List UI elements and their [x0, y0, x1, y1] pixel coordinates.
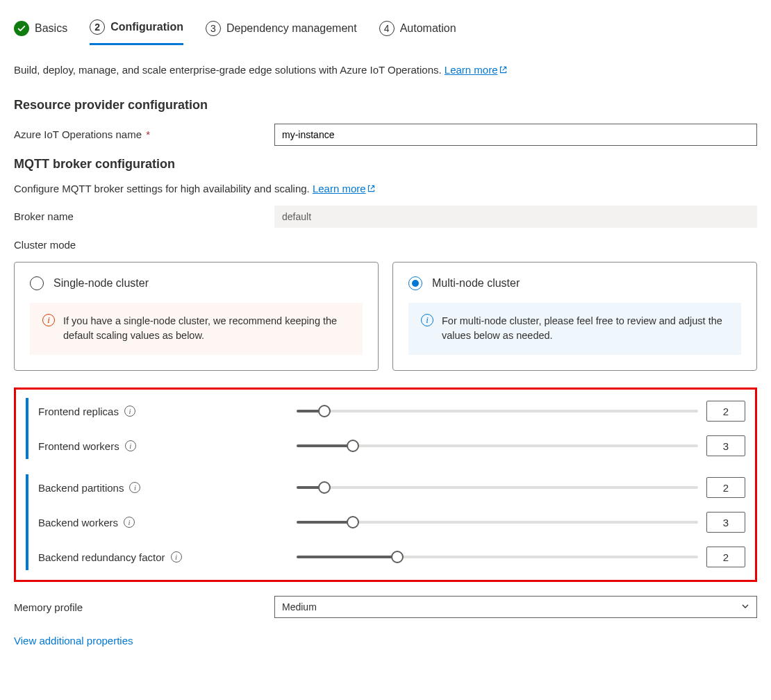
multi-node-card[interactable]: Multi-node cluster i For multi-node clus… — [392, 262, 757, 372]
frontend-workers-slider[interactable] — [297, 440, 698, 452]
frontend-replicas-value[interactable]: 2 — [706, 401, 745, 422]
select-value: Medium — [282, 601, 317, 612]
backend-redundancy-value[interactable]: 2 — [706, 547, 745, 567]
slider-label: Frontend replicas — [38, 406, 119, 417]
tab-configuration[interactable]: 2 Configuration — [90, 14, 183, 45]
slider-label: Backend workers — [38, 517, 118, 528]
single-node-card[interactable]: Single-node cluster i If you have a sing… — [14, 262, 379, 372]
backend-redundancy-slider[interactable] — [297, 551, 698, 563]
single-node-note: i If you have a single-node cluster, we … — [30, 303, 363, 356]
cluster-mode-options: Single-node cluster i If you have a sing… — [14, 262, 757, 372]
chevron-down-icon — [741, 601, 749, 612]
backend-redundancy-row: Backend redundancy factori 2 — [38, 547, 745, 567]
step-number-icon: 2 — [90, 19, 105, 35]
tab-basics[interactable]: Basics — [14, 15, 67, 44]
step-number-icon: 3 — [206, 21, 221, 36]
info-icon: i — [421, 314, 433, 326]
backend-workers-slider[interactable] — [297, 516, 698, 528]
cluster-card-label: Single-node cluster — [53, 277, 149, 290]
radio-icon[interactable] — [408, 276, 422, 290]
mqtt-description: Configure MQTT broker settings for high … — [14, 183, 757, 194]
resource-provider-title: Resource provider configuration — [14, 98, 757, 112]
learn-more-link[interactable]: Learn more — [313, 183, 376, 194]
slider-label: Frontend workers — [38, 440, 119, 452]
page-description: Build, deploy, manage, and scale enterpr… — [14, 62, 757, 78]
mqtt-title: MQTT broker configuration — [14, 157, 757, 172]
external-link-icon — [367, 184, 376, 193]
backend-slider-group: Backend partitionsi 2 Backend workersi 3… — [26, 474, 745, 570]
wizard-tabs: Basics 2 Configuration 3 Dependency mana… — [14, 14, 757, 46]
frontend-replicas-row: Frontend replicasi 2 — [38, 401, 745, 422]
backend-workers-row: Backend workersi 3 — [38, 512, 745, 533]
learn-more-link[interactable]: Learn more — [445, 64, 508, 76]
iot-name-input[interactable] — [274, 124, 757, 146]
slider-label: Backend partitions — [38, 482, 124, 494]
broker-name-label: Broker name — [14, 210, 274, 222]
backend-partitions-row: Backend partitionsi 2 — [38, 477, 745, 498]
check-icon — [14, 21, 29, 36]
tab-label: Dependency management — [226, 22, 357, 35]
info-icon[interactable]: i — [129, 482, 140, 493]
memory-profile-select[interactable]: Medium — [274, 596, 757, 618]
backend-partitions-value[interactable]: 2 — [706, 477, 745, 498]
backend-partitions-slider[interactable] — [297, 481, 698, 494]
tab-automation[interactable]: 4 Automation — [379, 15, 456, 44]
broker-name-input — [274, 206, 757, 228]
slider-label: Backend redundancy factor — [38, 551, 165, 563]
iot-name-label: Azure IoT Operations name * — [14, 128, 274, 140]
scaling-sliders-highlight: Frontend replicasi 2 Frontend workersi 3… — [14, 388, 757, 582]
tab-label: Basics — [35, 22, 67, 35]
memory-profile-label: Memory profile — [14, 601, 274, 613]
multi-node-note: i For multi-node cluster, please feel fr… — [408, 303, 741, 356]
info-icon[interactable]: i — [124, 517, 135, 528]
frontend-slider-group: Frontend replicasi 2 Frontend workersi 3 — [26, 398, 745, 459]
backend-workers-value[interactable]: 3 — [706, 512, 745, 533]
info-icon: i — [42, 314, 55, 326]
info-icon[interactable]: i — [124, 406, 135, 417]
step-number-icon: 4 — [379, 21, 395, 36]
external-link-icon — [499, 65, 508, 74]
cluster-card-label: Multi-node cluster — [432, 277, 520, 290]
frontend-workers-row: Frontend workersi 3 — [38, 435, 745, 456]
info-icon[interactable]: i — [171, 551, 182, 562]
view-additional-link[interactable]: View additional properties — [14, 635, 757, 647]
tab-dependency-management[interactable]: 3 Dependency management — [206, 15, 357, 44]
info-icon[interactable]: i — [125, 440, 136, 451]
cluster-mode-label: Cluster mode — [14, 239, 757, 251]
tab-label: Automation — [400, 22, 456, 35]
frontend-workers-value[interactable]: 3 — [706, 435, 745, 456]
tab-label: Configuration — [110, 21, 183, 33]
radio-icon[interactable] — [30, 276, 44, 290]
frontend-replicas-slider[interactable] — [297, 405, 698, 417]
